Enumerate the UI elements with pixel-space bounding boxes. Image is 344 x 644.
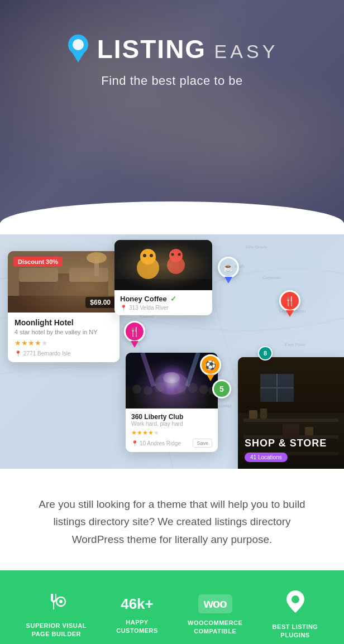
shop-card[interactable]: SHOP & STORE 41 Locations xyxy=(238,357,344,469)
hotel-address: 📍 2771 Bernardo Isle xyxy=(15,350,113,357)
price-badge: $69.00 xyxy=(85,297,115,308)
map-pin-red-food[interactable]: 🍴 xyxy=(279,290,300,317)
pin-circle-pink: 🍴 xyxy=(124,321,145,342)
hero-content: LISTING EASY Find the best place to be xyxy=(66,33,279,88)
hero-title-easy: EASY xyxy=(214,41,279,62)
customers-number: 46k+ xyxy=(121,595,154,613)
hero-subtitle: Find the best place to be xyxy=(101,74,242,88)
pin-circle-orange: ⚽ xyxy=(200,354,221,376)
svg-point-61 xyxy=(59,600,63,603)
stat-listing-plugins: BEST LISTINGPLUGINS xyxy=(273,590,318,640)
pin-number-8: 8 xyxy=(258,346,273,361)
hero-section: LISTING EASY Find the best place to be xyxy=(0,0,344,234)
pin-circle-blue: ☕ xyxy=(218,257,239,278)
text-section: Are you still looking for a theme that w… xyxy=(0,469,344,570)
svg-point-62 xyxy=(292,595,299,603)
hotel-card-image: Discount 30% $69.00 xyxy=(8,251,120,313)
woocommerce-logo: woo xyxy=(198,594,232,613)
stat-customers: 46k+ HAPPYCUSTOMERS xyxy=(116,595,158,636)
map-pin-pink-food[interactable]: 🍴 xyxy=(124,321,145,348)
hotel-card-body: Moonlight Hotel 4 star hotel by the vall… xyxy=(8,313,120,362)
hotel-name: Moonlight Hotel xyxy=(15,318,113,327)
footer-stats: SUPERIOR VISUALPAGE BUILDER 46k+ HAPPYCU… xyxy=(0,570,344,644)
map-pin-orange-sport[interactable]: ⚽ xyxy=(200,354,221,381)
shop-name: SHOP & STORE xyxy=(245,438,337,449)
pin-circle-red: 🍴 xyxy=(279,290,300,311)
svg-marker-2 xyxy=(71,51,85,63)
club-name: 360 Liberty Club xyxy=(131,413,212,421)
coffee-address: 📍 313 Velda River xyxy=(120,305,207,311)
hotel-description: 4 star hotel by the valley in NY xyxy=(15,329,113,335)
coffee-name: Honey Coffee ✓ xyxy=(120,295,207,303)
map-section-inner: Discount 30% $69.00 Moonlight Hotel 4 st… xyxy=(0,234,344,469)
map-pin-blue-coffee[interactable]: ☕ xyxy=(218,257,239,283)
pin-tail-red xyxy=(286,310,294,317)
club-stars: ★★★★★ xyxy=(131,429,212,436)
shop-card-bg: SHOP & STORE 41 Locations xyxy=(238,357,344,469)
location-pin-icon xyxy=(66,33,90,65)
club-card-body: 360 Liberty Club Work hard, play hard ★★… xyxy=(126,408,218,452)
hotel-card[interactable]: Discount 30% $69.00 Moonlight Hotel 4 st… xyxy=(8,251,120,362)
stat-page-builder: SUPERIOR VISUALPAGE BUILDER xyxy=(26,592,87,639)
listing-plugins-label: BEST LISTINGPLUGINS xyxy=(273,623,318,640)
coffee-card-image xyxy=(114,240,212,290)
svg-point-1 xyxy=(73,39,84,50)
hero-title-group: LISTING EASY xyxy=(97,34,279,64)
pin-svg xyxy=(286,590,304,613)
hero-logo-row: LISTING EASY xyxy=(66,33,279,65)
club-description: Work hard, play hard xyxy=(131,421,212,427)
woocommerce-label: WOOCOMMERCECOMPATIBLE xyxy=(188,619,242,636)
discount-badge: Discount 30% xyxy=(13,257,63,267)
pin-tail-blue xyxy=(224,277,232,283)
customers-label: HAPPYCUSTOMERS xyxy=(116,618,158,636)
page-builder-icon xyxy=(46,592,66,616)
page-builder-label: SUPERIOR VISUALPAGE BUILDER xyxy=(26,622,87,639)
pin-number-5: 5 xyxy=(212,379,231,398)
map-pin-green-5[interactable]: 5 xyxy=(212,379,231,398)
save-button[interactable]: Save xyxy=(193,439,212,448)
page-builder-svg xyxy=(46,592,66,612)
pin-tail-pink xyxy=(131,341,138,348)
stat-woocommerce: woo WOOCOMMERCECOMPATIBLE xyxy=(188,594,242,636)
map-pin-teal-8[interactable]: 8 xyxy=(258,346,273,361)
coffee-card-body: Honey Coffee ✓ 📍 313 Velda River xyxy=(114,290,212,315)
hero-title-listing: LISTING xyxy=(97,35,206,64)
map-section: Wildcat Elm Grove Stonewa... Frenson Kaa… xyxy=(0,234,344,469)
listing-plugins-icon xyxy=(286,590,304,617)
hotel-stars: ★★★★★ xyxy=(15,339,113,347)
shop-badge: 41 Locations xyxy=(245,453,288,462)
club-address-row: 📍 10 Andres Ridge Save xyxy=(131,439,212,448)
verified-icon: ✓ xyxy=(170,295,176,303)
coffee-card[interactable]: Honey Coffee ✓ 📍 313 Velda River xyxy=(114,240,212,315)
shop-card-content: SHOP & STORE 41 Locations xyxy=(245,438,337,462)
main-description: Are you still looking for a theme that w… xyxy=(34,496,310,548)
